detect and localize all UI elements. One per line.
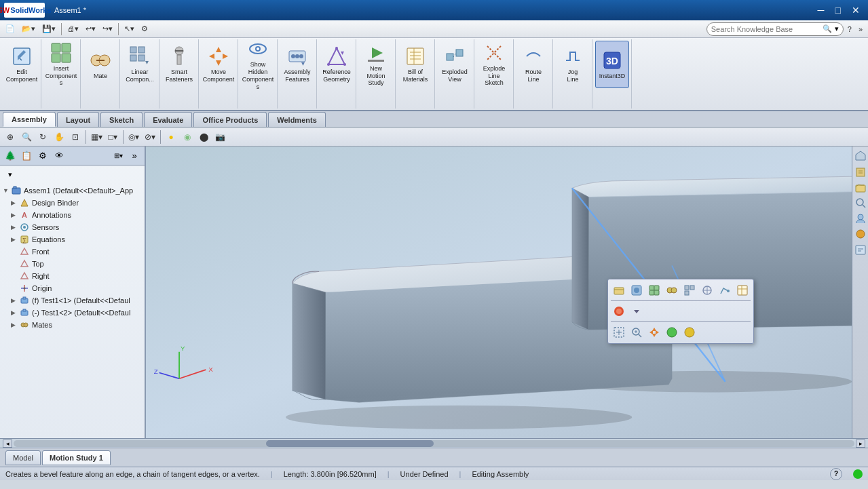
render-button[interactable]: 📷 xyxy=(212,130,227,144)
tree-item-origin[interactable]: Origin xyxy=(0,282,145,294)
edit-component-button[interactable]: EditComponent xyxy=(5,41,39,88)
file-explorer-button[interactable] xyxy=(854,180,867,194)
horizontal-scrollbar[interactable]: ◂ ▸ xyxy=(0,438,868,448)
property-manager-tab[interactable]: 📋 xyxy=(19,149,34,163)
help-button[interactable]: ? xyxy=(845,22,854,36)
display-manager-tab[interactable]: 👁 xyxy=(52,149,67,163)
reference-geometry-button[interactable]: ▾ ReferenceGeometry xyxy=(320,41,354,88)
pan-button[interactable]: ✋ xyxy=(52,130,67,144)
filter-button[interactable]: ⊞▾ xyxy=(111,149,126,163)
scroll-right-button[interactable]: ▸ xyxy=(856,439,865,448)
save-button[interactable]: 💾▾ xyxy=(39,22,58,36)
tree-item-mates[interactable]: ▶ Mates xyxy=(0,319,145,331)
tree-item-top[interactable]: Top xyxy=(0,258,145,270)
jog-line-button[interactable]: JogLine xyxy=(556,41,590,88)
tree-item-sensors[interactable]: ▶ Sensors xyxy=(0,221,145,233)
undo-button[interactable]: ↩▾ xyxy=(83,22,98,36)
minimize-button[interactable]: ─ xyxy=(814,3,829,17)
select-button[interactable]: ↖▾ xyxy=(121,22,137,36)
mate-button[interactable]: Mate xyxy=(83,41,117,88)
tab-weldments[interactable]: Weldments xyxy=(268,112,325,127)
show-hidden-button[interactable]: Show Hidden Components xyxy=(241,41,275,88)
move-component-button[interactable]: MoveComponent xyxy=(202,41,235,88)
motion-study-tab[interactable]: Motion Study 1 xyxy=(42,450,111,465)
filter-tree-button[interactable]: ▾ xyxy=(3,167,18,182)
tab-evaluate[interactable]: Evaluate xyxy=(144,112,192,127)
section-button[interactable]: ⊘▾ xyxy=(143,130,157,144)
tab-office[interactable]: Office Products xyxy=(193,112,267,127)
standard-views-button[interactable]: ▦▾ xyxy=(89,130,104,144)
ctx-3d-button[interactable] xyxy=(628,282,645,298)
print-button[interactable]: 🖨▾ xyxy=(64,22,81,36)
ctx-yellow-button[interactable] xyxy=(681,324,698,340)
maximize-button[interactable]: □ xyxy=(831,3,845,17)
close-button[interactable]: ✕ xyxy=(848,3,864,17)
model-tab[interactable]: Model xyxy=(5,450,41,465)
search-results-button[interactable] xyxy=(854,196,867,210)
tree-item-test1-1[interactable]: ▶ (f) Test1<1> (Default<<Defaul xyxy=(0,294,145,307)
redo-button[interactable]: ↪▾ xyxy=(100,22,115,36)
tree-item-equations[interactable]: ▶ ∑ Equations xyxy=(0,233,145,246)
ctx-zoom-area-button[interactable] xyxy=(611,324,627,340)
tab-sketch[interactable]: Sketch xyxy=(100,112,143,127)
linear-component-button[interactable]: ▾ LinearCompon... xyxy=(123,41,157,88)
assembly-features-button[interactable]: ▾ AssemblyFeatures xyxy=(280,41,314,88)
zoom-box-button[interactable]: ⊡ xyxy=(68,130,83,144)
appearance-rp-button[interactable] xyxy=(854,227,867,241)
instant3d-button[interactable]: 3D Instant3D xyxy=(595,41,629,88)
help-button-status[interactable]: ? xyxy=(830,468,842,480)
ctx-zoom-button[interactable] xyxy=(628,324,645,340)
ctx-sketch-button[interactable] xyxy=(717,282,733,298)
ctx-open-button[interactable] xyxy=(611,282,627,298)
ctx-mates-button[interactable] xyxy=(664,282,680,298)
feature-manager-tab[interactable]: 🌲 xyxy=(3,149,18,163)
ctx-pattern-button[interactable] xyxy=(681,282,698,298)
rotate-button[interactable]: ↻ xyxy=(35,130,50,144)
realview-button[interactable]: ⬤ xyxy=(196,130,211,144)
zoom-in-button[interactable]: 🔍 xyxy=(19,130,34,144)
ctx-feature-button[interactable] xyxy=(699,282,715,298)
expand-button[interactable]: » xyxy=(856,22,865,36)
hide-show-button[interactable]: ◎▾ xyxy=(126,130,141,144)
tree-item-right[interactable]: Right xyxy=(0,270,145,282)
new-button[interactable]: 📄 xyxy=(3,22,18,36)
ctx-table-button[interactable] xyxy=(734,282,751,298)
scroll-track[interactable] xyxy=(14,440,854,447)
ctx-color-button[interactable] xyxy=(611,303,627,319)
tab-layout[interactable]: Layout xyxy=(57,112,99,127)
insert-components-button[interactable]: InsertComponents xyxy=(44,41,78,88)
tree-item-front[interactable]: Front xyxy=(0,246,145,258)
design-library-button[interactable] xyxy=(854,165,867,178)
sw-resources-button[interactable] xyxy=(854,149,867,163)
ctx-expand-button[interactable] xyxy=(628,303,645,319)
expand-panel-button[interactable]: » xyxy=(127,149,142,163)
tab-assembly[interactable]: Assembly xyxy=(3,112,56,127)
tree-item-assem1[interactable]: ▼ Assem1 (Default<<Default>_App xyxy=(0,184,145,197)
zoom-fit-button[interactable]: ⊕ xyxy=(3,130,18,144)
exploded-view-button[interactable]: ExplodedView xyxy=(438,41,472,88)
ctx-green-button[interactable] xyxy=(664,324,680,340)
custom-property-button[interactable] xyxy=(854,243,867,256)
scroll-thumb[interactable] xyxy=(266,440,434,447)
scroll-left-button[interactable]: ◂ xyxy=(3,439,12,448)
open-button[interactable]: 📂▾ xyxy=(19,22,38,36)
new-motion-study-button[interactable]: NewMotionStudy xyxy=(359,41,393,88)
collaboration-button[interactable] xyxy=(854,212,867,225)
viewport[interactable]: SW xyxy=(146,146,852,438)
explode-line-button[interactable]: ExplodeLineSketch xyxy=(477,41,511,88)
config-manager-tab[interactable]: ⚙ xyxy=(35,149,50,163)
tree-item-design-binder[interactable]: ▶ Design Binder xyxy=(0,197,145,209)
display-style-button[interactable]: □▾ xyxy=(105,130,120,144)
search-input[interactable] xyxy=(711,25,820,33)
ctx-move-button[interactable] xyxy=(646,324,662,340)
route-line-button[interactable]: RouteLine xyxy=(516,41,550,88)
tree-item-test1-2[interactable]: ▶ (-) Test1<2> (Default<<Defaul xyxy=(0,307,145,319)
options-button[interactable]: ⚙ xyxy=(138,22,151,36)
tree-item-annotations[interactable]: ▶ A Annotations xyxy=(0,209,145,221)
search-dropdown-icon[interactable]: ▾ xyxy=(835,24,839,33)
appearance-button[interactable]: ● xyxy=(164,130,178,144)
scene-button[interactable]: ◉ xyxy=(180,130,195,144)
ctx-components-button[interactable] xyxy=(646,282,662,298)
bill-of-materials-button[interactable]: Bill ofMaterials xyxy=(398,41,432,88)
smart-fasteners-button[interactable]: SmartFasteners xyxy=(162,41,196,88)
